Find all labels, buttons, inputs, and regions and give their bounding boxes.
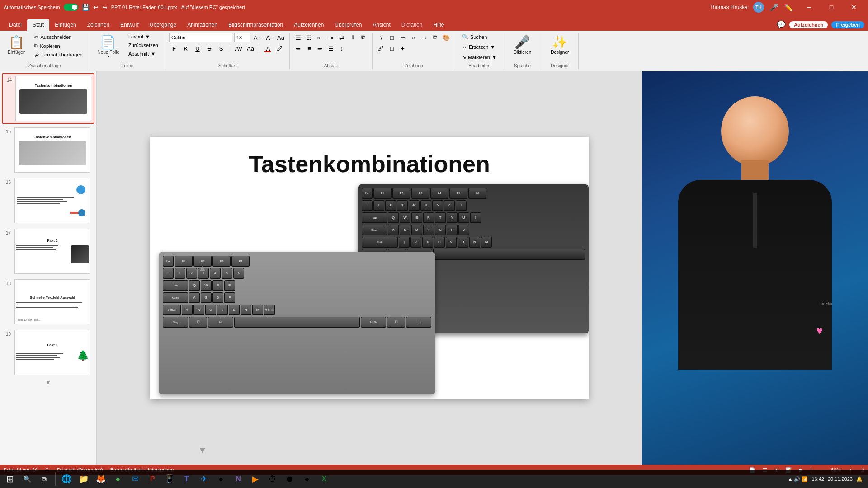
obs-btn[interactable]: ⏺ [282, 471, 298, 487]
tab-entwurf[interactable]: Entwurf [115, 19, 144, 31]
tab-uebergaenge[interactable]: Übergänge [144, 19, 182, 31]
start-btn[interactable]: ⊞ [2, 471, 18, 487]
align-center-btn[interactable]: ≡ [304, 43, 314, 53]
tab-animationen[interactable]: Animationen [182, 19, 223, 31]
firefox-btn[interactable]: 🦊 [93, 471, 109, 487]
underline-btn[interactable]: U [193, 43, 203, 53]
font-family-input[interactable] [169, 33, 232, 42]
next-slide-btn[interactable]: ▼ [198, 445, 207, 455]
app-btn2[interactable]: ● [299, 471, 315, 487]
shape-arrow[interactable]: → [420, 33, 429, 42]
timer-btn[interactable]: ⏱ [264, 471, 281, 487]
suchen-btn[interactable]: 🔍 Suchen [459, 33, 490, 41]
onenote-btn[interactable]: N [230, 471, 246, 487]
excel-btn[interactable]: X [316, 471, 332, 487]
formfuellung-btn[interactable]: 🖊 [376, 43, 386, 53]
slide-thumb-18[interactable]: 18 Schnelle Textfeld Auswahl Text auf de… [2, 277, 94, 326]
slide-thumb-17[interactable]: 17 Fakt 2 [2, 227, 94, 276]
ppt-taskbar-btn[interactable]: P [144, 471, 160, 487]
scroll-down-arrow[interactable]: ▼ [2, 379, 94, 386]
telegram-btn[interactable]: ✈ [196, 471, 212, 487]
smartart-btn[interactable]: ⧉ [359, 33, 368, 42]
increase-indent-btn[interactable]: ⇥ [326, 33, 336, 42]
tab-bildschirm[interactable]: Bildschirmpräsentation [223, 19, 288, 31]
align-left-btn[interactable]: ⬅ [293, 43, 303, 53]
tab-ueberpruefen[interactable]: Überprüfen [329, 19, 367, 31]
tab-dictation[interactable]: Dictation [396, 19, 428, 31]
tab-start[interactable]: Start [27, 19, 49, 31]
slide-thumb-14[interactable]: 14 Tastenkombinationen [2, 73, 94, 124]
strikethrough-btn[interactable]: S [204, 43, 214, 53]
shape-rounded[interactable]: ▭ [398, 33, 408, 42]
maximize-btn[interactable]: □ [821, 0, 842, 14]
diktieren-btn[interactable]: 🎤 Diktieren [508, 33, 537, 57]
pen-icon[interactable]: ✏️ [784, 3, 793, 12]
microphone-icon[interactable]: 🎤 [769, 3, 778, 12]
slide-thumb-16[interactable]: 16 [2, 176, 94, 225]
tab-zeichnen[interactable]: Zeichnen [82, 19, 115, 31]
autosave-toggle[interactable] [64, 4, 78, 11]
shape-oval[interactable]: ○ [409, 33, 419, 42]
redo-icon[interactable]: ↪ [102, 4, 108, 11]
kopieren-btn[interactable]: ⧉ Kopieren [31, 42, 85, 50]
zuruecksetzen-btn[interactable]: Zurücksetzen [125, 41, 161, 49]
aufzeichnen-btn[interactable]: Aufzeichnen [789, 21, 828, 28]
align-right-btn[interactable]: ➡ [315, 43, 325, 53]
font-increase-btn[interactable]: A+ [252, 33, 262, 42]
mail-btn[interactable]: ✉ [127, 471, 143, 487]
close-btn[interactable]: ✕ [844, 0, 864, 14]
einfuegen-btn[interactable]: 📋 Einfügen [4, 33, 29, 57]
columns-btn[interactable]: ⫴ [348, 33, 358, 42]
bold-btn[interactable]: F [169, 43, 179, 53]
anordnen-btn[interactable]: ⧉ [430, 33, 440, 42]
taskview-btn[interactable]: ⧉ [36, 471, 52, 487]
ausschneiden-btn[interactable]: ✂ Ausschneiden [31, 33, 85, 41]
neue-folie-btn[interactable]: 📄 Neue Folie ▼ [94, 33, 123, 61]
chat-icon[interactable]: 💬 [777, 20, 786, 29]
designer-btn[interactable]: ✨ Designer [545, 33, 575, 57]
phone-btn[interactable]: 📱 [161, 471, 178, 487]
list-bullet-btn[interactable]: ☰ [293, 33, 303, 42]
shape-line[interactable]: \ [376, 33, 386, 42]
formeffekt-btn[interactable]: ✦ [398, 43, 408, 53]
font-color-btn[interactable]: A [263, 43, 273, 53]
app-btn1[interactable]: ● [213, 471, 229, 487]
abschnitt-btn[interactable]: Abschnitt ▼ [125, 50, 161, 58]
clear-format-btn[interactable]: Aa [276, 33, 286, 42]
formkontur-btn[interactable]: □ [387, 43, 397, 53]
shadow-btn[interactable]: S [216, 43, 226, 53]
font-decrease-btn[interactable]: A- [264, 33, 274, 42]
tab-ansicht[interactable]: Ansicht [367, 19, 396, 31]
minimize-btn[interactable]: ─ [798, 0, 819, 14]
line-spacing-btn[interactable]: ↕ [337, 43, 347, 53]
slide-thumb-19[interactable]: 19 Fakt 3 🌲 [2, 328, 94, 377]
tab-einfuegen[interactable]: Einfügen [49, 19, 81, 31]
layout-btn[interactable]: Layout ▼ [125, 33, 161, 41]
tab-hilfe[interactable]: Hilfe [428, 19, 449, 31]
list-number-btn[interactable]: ☷ [304, 33, 314, 42]
font-size2-btn[interactable]: Aa [245, 43, 255, 53]
highlight-btn[interactable]: 🖊 [275, 43, 285, 53]
teams-btn[interactable]: T [179, 471, 195, 487]
decrease-indent-btn[interactable]: ⇤ [315, 33, 325, 42]
taskbar-search[interactable]: 🔍 [19, 471, 35, 487]
notification-btn[interactable]: 🔔 [856, 476, 863, 482]
edge-btn[interactable]: 🌐 [58, 471, 75, 487]
save-icon[interactable]: 💾 [82, 4, 90, 11]
text-direction-btn[interactable]: ⇄ [337, 33, 347, 42]
italic-btn[interactable]: K [181, 43, 191, 53]
markieren-btn[interactable]: ↘ Markieren ▼ [459, 53, 500, 61]
justify-btn[interactable]: ☰ [326, 43, 336, 53]
undo-icon[interactable]: ↩ [93, 4, 99, 11]
ersetzen-btn[interactable]: ↔ Ersetzen ▼ [459, 43, 498, 51]
slide-panel[interactable]: 14 Tastenkombinationen 15 Tastenkombinat… [0, 71, 97, 465]
tab-datei[interactable]: Datei [4, 19, 27, 31]
slide-thumb-15[interactable]: 15 Tastenkombinationen [2, 126, 94, 174]
shape-rect[interactable]: □ [387, 33, 397, 42]
chrome-btn[interactable]: ● [110, 471, 126, 487]
freigeben-btn[interactable]: Freigeben [831, 21, 864, 28]
explorer-btn[interactable]: 📁 [75, 471, 92, 487]
font-size-input[interactable] [234, 33, 250, 42]
format-uebertragen-btn[interactable]: 🖌 Format übertragen [31, 51, 85, 59]
vlc-btn[interactable]: ▶ [247, 471, 264, 487]
